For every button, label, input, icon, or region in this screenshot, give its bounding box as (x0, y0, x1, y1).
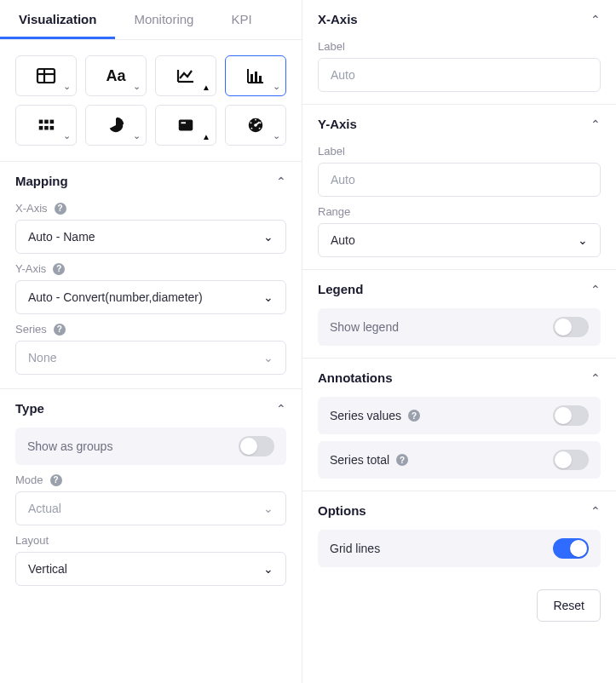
warning-icon: ▲ (202, 132, 210, 141)
svg-rect-12 (179, 120, 193, 131)
xaxis-label: X-Axis ? (15, 202, 286, 215)
section-title: Legend (318, 282, 363, 296)
chevron-up-icon: ⌃ (590, 13, 601, 26)
svg-point-19 (260, 122, 262, 123)
chevron-down-icon: ⌄ (578, 233, 588, 247)
select-value: None (28, 351, 56, 364)
line-chart-icon (176, 66, 196, 86)
tab-kpi[interactable]: KPI (212, 0, 270, 39)
tabs: Visualization Monitoring KPI (0, 0, 302, 40)
gauge-icon (245, 115, 266, 135)
label-text: Series (15, 323, 47, 336)
viz-card[interactable]: ▲ (155, 105, 216, 146)
grid-icon (36, 115, 56, 135)
section-header-mapping[interactable]: Mapping ⌃ (15, 162, 286, 193)
section-title: X-Axis (318, 12, 358, 26)
viz-gauge[interactable]: ⌄ (225, 105, 286, 146)
help-icon[interactable]: ? (408, 410, 420, 422)
section-options: Options ⌃ Grid lines (302, 491, 616, 579)
help-icon[interactable]: ? (54, 324, 66, 336)
series-values-toggle[interactable] (553, 405, 589, 426)
label-text: Y-Axis (15, 262, 46, 275)
layout-select[interactable]: Vertical ⌄ (15, 552, 286, 586)
yaxis-select[interactable]: Auto - Convert(number,diameter) ⌄ (15, 280, 286, 314)
section-header-xaxis[interactable]: X-Axis ⌃ (318, 0, 601, 32)
label-text: Layout (15, 534, 49, 547)
mode-select[interactable]: Actual ⌄ (15, 491, 286, 525)
mode-label: Mode ? (15, 474, 286, 486)
viz-text[interactable]: Aa ⌄ (85, 55, 147, 96)
viz-table[interactable]: ⌄ (15, 55, 77, 96)
chevron-down-icon: ⌄ (273, 130, 280, 141)
series-total-label: Series total ? (330, 453, 408, 467)
viz-line[interactable]: ▲ (155, 55, 216, 96)
section-xaxis: X-Axis ⌃ Label (302, 0, 616, 104)
section-header-annotations[interactable]: Annotations ⌃ (318, 359, 601, 390)
chevron-down-icon: ⌄ (263, 502, 273, 515)
section-header-legend[interactable]: Legend ⌃ (318, 270, 601, 301)
label-text: Series values (330, 409, 401, 422)
xaxis-label-input[interactable] (318, 58, 601, 92)
section-type: Type ⌃ Show as groups Mode ? Actual ⌄ La… (0, 388, 302, 600)
svg-rect-11 (50, 126, 55, 130)
show-legend-label: Show legend (330, 320, 399, 334)
section-title: Y-Axis (318, 117, 357, 131)
chevron-down-icon: ⌄ (263, 562, 273, 576)
gridlines-toggle[interactable] (553, 538, 589, 559)
section-title: Mapping (15, 174, 68, 188)
label-text: Label (318, 145, 345, 158)
help-icon[interactable]: ? (53, 263, 65, 275)
select-value: Actual (28, 502, 61, 515)
xaxis-select[interactable]: Auto - Name ⌄ (15, 220, 286, 254)
show-groups-toggle[interactable] (239, 436, 274, 456)
section-header-options[interactable]: Options ⌃ (318, 491, 601, 523)
help-icon[interactable]: ? (50, 474, 62, 486)
reset-row: Reset (302, 579, 616, 622)
yaxis-range-select[interactable]: Auto ⌄ (318, 223, 601, 257)
show-groups-row: Show as groups (15, 428, 286, 465)
viz-bar[interactable]: ⌄ (225, 55, 286, 96)
series-select[interactable]: None ⌄ (15, 341, 286, 375)
svg-rect-0 (37, 69, 55, 83)
warning-icon: ▲ (202, 83, 210, 92)
tab-visualization[interactable]: Visualization (0, 0, 115, 39)
chevron-up-icon: ⌃ (276, 402, 286, 416)
svg-rect-9 (39, 126, 43, 130)
help-icon[interactable]: ? (55, 203, 66, 215)
table-icon (36, 66, 56, 86)
series-total-row: Series total ? (318, 441, 601, 479)
svg-rect-6 (39, 120, 43, 124)
xaxis-label-label: Label (318, 40, 601, 53)
yaxis-range-label: Range (318, 205, 601, 218)
chevron-down-icon: ⌄ (263, 351, 273, 364)
chevron-up-icon: ⌃ (590, 283, 601, 296)
section-header-yaxis[interactable]: Y-Axis ⌃ (318, 105, 601, 136)
yaxis-label-field[interactable] (331, 173, 588, 187)
series-total-toggle[interactable] (553, 450, 589, 470)
section-header-type[interactable]: Type ⌃ (15, 389, 286, 421)
help-icon[interactable]: ? (396, 454, 408, 466)
tab-monitoring[interactable]: Monitoring (115, 0, 212, 39)
viz-pie[interactable]: ⌄ (85, 105, 147, 146)
chevron-up-icon: ⌃ (590, 371, 601, 385)
chevron-up-icon: ⌃ (590, 504, 601, 518)
yaxis-label-label: Label (318, 145, 601, 158)
svg-point-18 (250, 122, 252, 123)
chevron-down-icon: ⌄ (263, 290, 273, 304)
reset-button[interactable]: Reset (537, 589, 601, 622)
text-icon: Aa (106, 66, 126, 86)
viz-grid[interactable]: ⌄ (15, 105, 77, 146)
xaxis-label-field[interactable] (331, 68, 588, 82)
svg-rect-4 (255, 72, 257, 82)
svg-point-20 (251, 128, 253, 129)
select-value: Auto (331, 233, 355, 247)
chevron-down-icon: ⌄ (133, 130, 141, 141)
section-title: Options (318, 503, 366, 518)
section-legend: Legend ⌃ Show legend (302, 269, 616, 358)
section-title: Type (15, 401, 44, 416)
chevron-down-icon: ⌄ (133, 81, 141, 92)
yaxis-label-input[interactable] (318, 163, 601, 197)
show-legend-toggle[interactable] (553, 317, 589, 337)
svg-point-17 (255, 119, 256, 121)
label-text: Range (318, 205, 350, 218)
